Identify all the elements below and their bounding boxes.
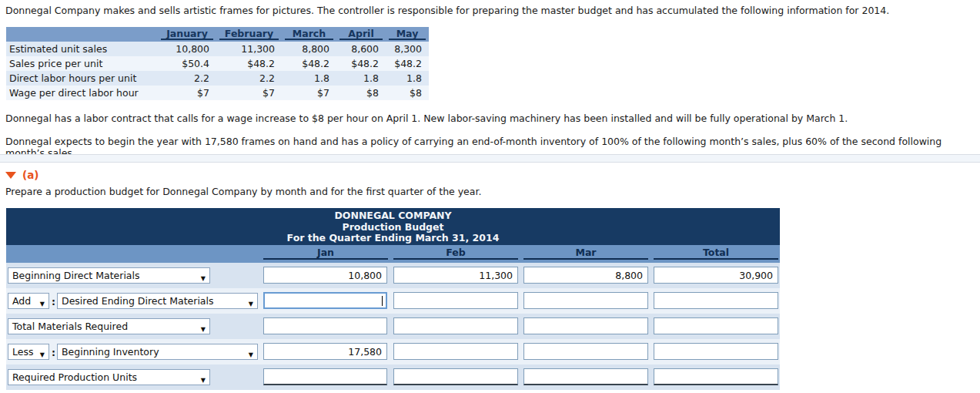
amount-input-total[interactable]: [654, 368, 778, 385]
budget-row: Total Materials Required ▼: [6, 314, 780, 339]
labor-contract-paragraph: Donnegal has a labor contract that calls…: [5, 113, 977, 124]
row-label: Estimated unit sales: [6, 42, 158, 56]
amount-input-feb[interactable]: [393, 317, 518, 334]
dropdown-arrow-icon: ▼: [201, 322, 206, 334]
budget-row: Less ▼ : Beginning Inventory ▼: [6, 339, 780, 364]
assumptions-table: January February March April May Estimat…: [6, 27, 429, 100]
dropdown-selected-value: Desired Ending Direct Materials: [62, 295, 214, 307]
amount-input-feb[interactable]: [393, 368, 518, 385]
amount-input-total[interactable]: [654, 343, 778, 360]
dropdown-arrow-icon: ▼: [249, 348, 253, 360]
company-name: DONNEGAL COMPANY: [6, 210, 780, 222]
empty-header-cell: [6, 27, 158, 42]
assumptions-table-header: January February March April May: [6, 27, 429, 42]
cell-value: $8: [386, 86, 429, 100]
amount-input-jan[interactable]: [263, 368, 387, 385]
column-header-jan: Jan: [263, 245, 388, 260]
collapse-triangle-icon[interactable]: [5, 172, 16, 179]
amount-input-jan-focused[interactable]: [263, 292, 387, 309]
dropdown-selected-value: Beginning Inventory: [62, 346, 159, 358]
cell-value: $8: [336, 86, 386, 100]
amount-input-feb[interactable]: [393, 343, 518, 360]
row-label-dropdown[interactable]: Desired Ending Direct Materials ▼: [57, 293, 258, 309]
separator-colon: :: [52, 347, 55, 358]
statement-name: Production Budget: [6, 222, 780, 233]
row-label-dropdown[interactable]: Total Materials Required ▼: [8, 318, 210, 334]
amount-input-total[interactable]: [654, 292, 778, 309]
column-header: February: [216, 27, 282, 42]
amount-input-feb[interactable]: [393, 292, 518, 309]
row-label: Sales price per unit: [6, 56, 158, 71]
column-header: January: [158, 27, 216, 42]
amount-input-mar[interactable]: [523, 368, 648, 385]
cell-value: 11,300: [216, 42, 282, 56]
cell-value: $48.2: [336, 56, 386, 71]
amount-input-jan[interactable]: [263, 317, 387, 334]
cell-value: 1.8: [282, 71, 336, 86]
row-label: Direct labor hours per unit: [6, 71, 158, 86]
table-row: Wage per direct labor hour $7 $7 $7 $8 $…: [6, 86, 429, 100]
separator-colon: :: [52, 296, 55, 307]
budget-column-header-band: Jan Feb Mar Total: [6, 245, 780, 263]
amount-input-mar[interactable]: [523, 343, 648, 360]
column-header-mar: Mar: [523, 245, 648, 260]
cell-value: $50.4: [158, 56, 216, 71]
cell-value: 2.2: [216, 71, 282, 86]
cell-value: 10,800: [158, 42, 216, 56]
production-budget-table: DONNEGAL COMPANY Production Budget For t…: [6, 208, 780, 390]
row-label-dropdown[interactable]: Required Production Units ▼: [8, 369, 210, 385]
dropdown-arrow-icon: ▼: [201, 271, 206, 284]
cell-value: $7: [158, 86, 216, 100]
row-label-dropdown[interactable]: Beginning Direct Materials ▼: [8, 267, 210, 284]
cell-value: 8,300: [386, 42, 429, 56]
budget-title-block: DONNEGAL COMPANY Production Budget For t…: [6, 208, 780, 245]
column-header: May: [386, 27, 429, 42]
row-label-dropdown[interactable]: Beginning Inventory ▼: [57, 344, 258, 360]
dropdown-arrow-icon: ▼: [40, 348, 45, 360]
amount-input-jan[interactable]: [263, 343, 387, 360]
column-header: April: [336, 27, 386, 42]
budget-row: Add ▼ : Desired Ending Direct Materials …: [6, 288, 780, 314]
section-a-label: (a): [22, 169, 38, 181]
problem-intro-text: Donnegal Company makes and sells artisti…: [5, 5, 975, 16]
homework-page: Donnegal Company makes and sells artisti…: [0, 0, 980, 393]
column-header: March: [282, 27, 336, 42]
dropdown-arrow-icon: ▼: [201, 373, 206, 385]
cell-value: $48.2: [216, 56, 282, 71]
amount-input-total[interactable]: [654, 317, 778, 334]
dropdown-selected-value: Beginning Direct Materials: [12, 270, 140, 281]
cell-value: 8,800: [282, 42, 336, 56]
amount-input-mar[interactable]: [523, 317, 648, 334]
operator-dropdown[interactable]: Add ▼: [8, 293, 49, 309]
column-header-total: Total: [654, 245, 778, 260]
cell-value: 2.2: [158, 71, 216, 86]
amount-input-mar[interactable]: [523, 292, 648, 309]
dropdown-selected-value: Required Production Units: [12, 371, 137, 383]
table-row: Direct labor hours per unit 2.2 2.2 1.8 …: [6, 71, 429, 86]
instruction-text: Prepare a production budget for Donnegal…: [5, 186, 481, 197]
amount-input-mar[interactable]: [523, 267, 648, 284]
period-line: For the Quarter Ending March 31, 2014: [6, 233, 780, 244]
cell-value: $7: [282, 86, 336, 100]
dropdown-selected-value: Total Materials Required: [12, 321, 128, 332]
cell-value: 8,600: [336, 42, 386, 56]
operator-dropdown[interactable]: Less ▼: [8, 344, 49, 360]
cell-value: $48.2: [282, 56, 336, 71]
dropdown-arrow-icon: ▼: [40, 297, 45, 309]
amount-input-total[interactable]: [654, 267, 778, 284]
cell-value: 1.8: [336, 71, 386, 86]
table-row: Estimated unit sales 10,800 11,300 8,800…: [6, 42, 429, 56]
cell-value: $48.2: [386, 56, 429, 71]
dropdown-selected-value: Less: [12, 346, 33, 358]
budget-row: Required Production Units ▼: [6, 364, 780, 390]
amount-input-jan[interactable]: [263, 267, 387, 284]
budget-row: Beginning Direct Materials ▼: [6, 263, 780, 288]
dropdown-selected-value: Add: [12, 295, 31, 307]
section-a-header[interactable]: (a): [5, 169, 38, 181]
column-header-feb: Feb: [393, 245, 518, 260]
amount-input-feb[interactable]: [393, 267, 518, 284]
row-label: Wage per direct labor hour: [6, 86, 158, 100]
dropdown-arrow-icon: ▼: [249, 297, 253, 309]
table-row: Sales price per unit $50.4 $48.2 $48.2 $…: [6, 56, 429, 71]
section-divider: [0, 154, 980, 163]
